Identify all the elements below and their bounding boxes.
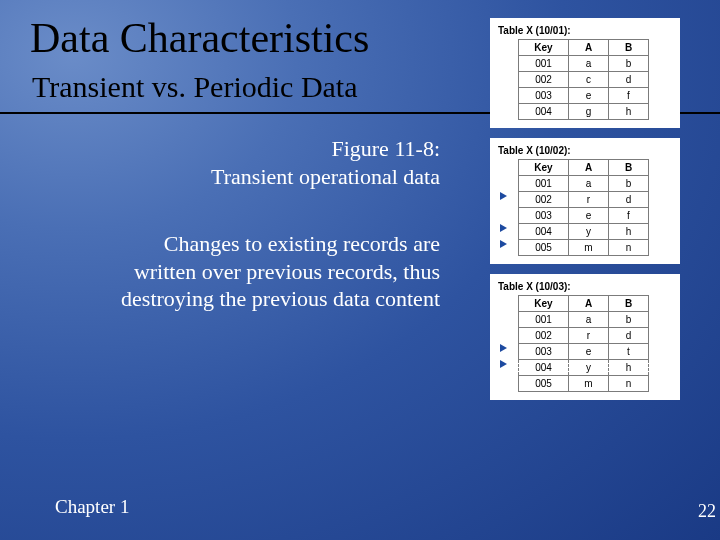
table-cell: c bbox=[569, 72, 609, 88]
table-row: 004yh bbox=[519, 360, 649, 376]
table-row: 002rd bbox=[519, 192, 649, 208]
table-row: 005mn bbox=[519, 240, 649, 256]
table-cell: r bbox=[569, 192, 609, 208]
table-cell: h bbox=[609, 104, 649, 120]
table-header-cell: B bbox=[609, 160, 649, 176]
table-wrap: Table X (10/01):KeyAB001ab002cd003ef004g… bbox=[490, 18, 680, 128]
data-table: KeyAB001ab002rd003et004yh005mn bbox=[518, 295, 649, 392]
table-cell: f bbox=[609, 88, 649, 104]
table-cell: h bbox=[609, 224, 649, 240]
body-line1: Changes to existing records are bbox=[164, 231, 440, 256]
table-caption: Table X (10/03): bbox=[494, 278, 676, 295]
table-header-cell: A bbox=[569, 160, 609, 176]
slide-title: Data Characteristics bbox=[30, 14, 369, 62]
table-row: 005mn bbox=[519, 376, 649, 392]
table-header-cell: Key bbox=[519, 296, 569, 312]
figure-caption: Figure 11-8: Transient operational data bbox=[60, 135, 440, 190]
table-cell: 001 bbox=[519, 176, 569, 192]
table-cell: y bbox=[569, 360, 609, 376]
row-marker-icon bbox=[500, 360, 507, 368]
table-gap bbox=[490, 128, 680, 138]
table-cell: h bbox=[609, 360, 649, 376]
figure-caption-line1: Figure 11-8: bbox=[331, 136, 440, 161]
table-cell: d bbox=[609, 192, 649, 208]
table-cell: 002 bbox=[519, 328, 569, 344]
table-caption: Table X (10/02): bbox=[494, 142, 676, 159]
table-header-cell: B bbox=[609, 296, 649, 312]
table-cell: b bbox=[609, 176, 649, 192]
table-row: 002rd bbox=[519, 328, 649, 344]
table-cell: 003 bbox=[519, 208, 569, 224]
table-cell: 005 bbox=[519, 376, 569, 392]
table-row: 004gh bbox=[519, 104, 649, 120]
body-line3: destroying the previous data content bbox=[121, 286, 440, 311]
table-gap bbox=[490, 264, 680, 274]
table-wrap: Table X (10/02):KeyAB001ab002rd003ef004y… bbox=[490, 138, 680, 264]
table-row: 001ab bbox=[519, 312, 649, 328]
table-cell: g bbox=[569, 104, 609, 120]
table-cell: n bbox=[609, 376, 649, 392]
table-cell: f bbox=[609, 208, 649, 224]
table-header-cell: Key bbox=[519, 160, 569, 176]
table-cell: y bbox=[569, 224, 609, 240]
row-marker-icon bbox=[500, 224, 507, 232]
table-cell: b bbox=[609, 312, 649, 328]
table-cell: b bbox=[609, 56, 649, 72]
table-header-cell: A bbox=[569, 40, 609, 56]
table-cell: d bbox=[609, 72, 649, 88]
table-cell: n bbox=[609, 240, 649, 256]
table-cell: a bbox=[569, 312, 609, 328]
body-line2: written over previous records, thus bbox=[134, 259, 440, 284]
table-cell: 001 bbox=[519, 312, 569, 328]
table-row: 001ab bbox=[519, 56, 649, 72]
table-cell: 001 bbox=[519, 56, 569, 72]
table-cell: 002 bbox=[519, 72, 569, 88]
table-cell: m bbox=[569, 376, 609, 392]
data-table: KeyAB001ab002cd003ef004gh bbox=[518, 39, 649, 120]
figure-caption-line2: Transient operational data bbox=[211, 164, 440, 189]
table-cell: a bbox=[569, 56, 609, 72]
row-marker-icon bbox=[500, 344, 507, 352]
table-cell: 003 bbox=[519, 88, 569, 104]
data-table: KeyAB001ab002rd003ef004yh005mn bbox=[518, 159, 649, 256]
table-cell: t bbox=[609, 344, 649, 360]
table-cell: e bbox=[569, 208, 609, 224]
footer-page-number: 22 bbox=[698, 501, 716, 522]
table-caption: Table X (10/01): bbox=[494, 22, 676, 39]
table-cell: 004 bbox=[519, 224, 569, 240]
table-row: 004yh bbox=[519, 224, 649, 240]
table-cell: e bbox=[569, 344, 609, 360]
table-cell: d bbox=[609, 328, 649, 344]
tables-column: Table X (10/01):KeyAB001ab002cd003ef004g… bbox=[490, 18, 680, 400]
table-row: 003et bbox=[519, 344, 649, 360]
table-header-cell: Key bbox=[519, 40, 569, 56]
table-row: 001ab bbox=[519, 176, 649, 192]
row-marker-icon bbox=[500, 240, 507, 248]
table-cell: e bbox=[569, 88, 609, 104]
table-cell: r bbox=[569, 328, 609, 344]
table-cell: 002 bbox=[519, 192, 569, 208]
table-cell: m bbox=[569, 240, 609, 256]
table-cell: 004 bbox=[519, 104, 569, 120]
table-row: 003ef bbox=[519, 208, 649, 224]
table-cell: 005 bbox=[519, 240, 569, 256]
table-cell: a bbox=[569, 176, 609, 192]
table-wrap: Table X (10/03):KeyAB001ab002rd003et004y… bbox=[490, 274, 680, 400]
table-header-cell: A bbox=[569, 296, 609, 312]
table-cell: 003 bbox=[519, 344, 569, 360]
table-cell: 004 bbox=[519, 360, 569, 376]
footer-chapter: Chapter 1 bbox=[55, 496, 129, 518]
table-row: 002cd bbox=[519, 72, 649, 88]
row-marker-icon bbox=[500, 192, 507, 200]
table-row: 003ef bbox=[519, 88, 649, 104]
body-text: Changes to existing records are written … bbox=[60, 230, 440, 313]
table-header-cell: B bbox=[609, 40, 649, 56]
slide-subtitle: Transient vs. Periodic Data bbox=[32, 70, 358, 104]
